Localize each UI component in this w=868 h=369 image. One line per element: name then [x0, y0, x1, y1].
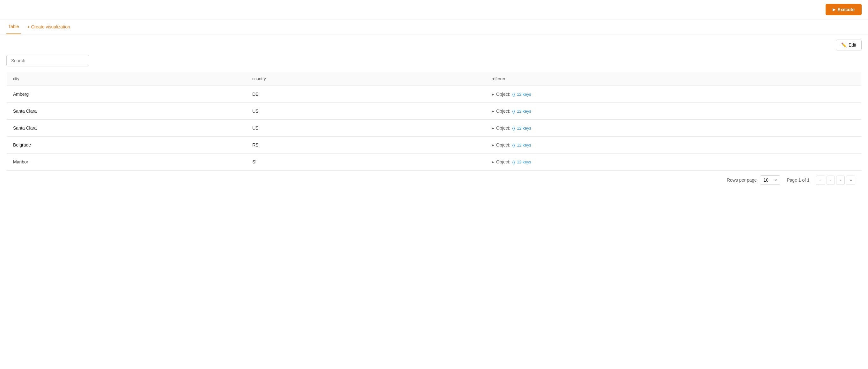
braces-icon: {}	[512, 92, 515, 97]
rows-per-page-select[interactable]: 10 25 50 100	[760, 175, 780, 185]
cell-city: Amberg	[7, 86, 246, 103]
next-page-button[interactable]: ›	[836, 176, 844, 185]
page-navigation: « ‹ › »	[816, 176, 855, 185]
cell-city: Santa Clara	[7, 103, 246, 120]
cell-referrer: ▶ Object: {} 12 keys	[485, 103, 862, 120]
braces-icon: {}	[512, 109, 515, 114]
column-header-country: country	[246, 72, 485, 86]
cell-city: Maribor	[7, 153, 246, 170]
edit-button[interactable]: ✏️ Edit	[836, 39, 862, 51]
braces-icon: {}	[512, 160, 515, 164]
object-label: Object:	[496, 92, 510, 97]
object-cell: ▶ Object: {} 12 keys	[492, 125, 855, 131]
page-info: Page 1 of 1	[787, 177, 810, 182]
cell-referrer: ▶ Object: {} 12 keys	[485, 120, 862, 137]
search-row	[6, 55, 862, 66]
keys-link[interactable]: 12 keys	[517, 92, 531, 97]
pencil-icon: ✏️	[841, 42, 847, 48]
column-header-referrer: referrer	[485, 72, 862, 86]
tabs-bar: Table + Create visualization	[0, 20, 868, 34]
object-cell: ▶ Object: {} 12 keys	[492, 92, 855, 97]
object-cell: ▶ Object: {} 12 keys	[492, 109, 855, 114]
keys-link[interactable]: 12 keys	[517, 160, 531, 164]
cell-country: RS	[246, 137, 485, 153]
expand-arrow-icon[interactable]: ▶	[492, 143, 494, 147]
table-row: Santa ClaraUS ▶ Object: {} 12 keys	[7, 120, 862, 137]
expand-arrow-icon[interactable]: ▶	[492, 160, 494, 164]
column-header-city: city	[7, 72, 246, 86]
last-page-button[interactable]: »	[846, 176, 855, 185]
table-row: BelgradeRS ▶ Object: {} 12 keys	[7, 137, 862, 153]
toolbar-row: ✏️ Edit	[6, 39, 862, 51]
cell-country: US	[246, 120, 485, 137]
first-page-button[interactable]: «	[816, 176, 825, 185]
cell-city: Belgrade	[7, 137, 246, 153]
rows-per-page-group: Rows per page 10 25 50 100	[727, 175, 780, 185]
object-cell: ▶ Object: {} 12 keys	[492, 142, 855, 147]
cell-referrer: ▶ Object: {} 12 keys	[485, 86, 862, 103]
table-row: MariborSI ▶ Object: {} 12 keys	[7, 153, 862, 170]
cell-referrer: ▶ Object: {} 12 keys	[485, 153, 862, 170]
expand-arrow-icon[interactable]: ▶	[492, 92, 494, 96]
object-label: Object:	[496, 159, 510, 164]
table-row: Santa ClaraUS ▶ Object: {} 12 keys	[7, 103, 862, 120]
tab-table[interactable]: Table	[6, 20, 21, 34]
search-input[interactable]	[6, 55, 89, 66]
expand-arrow-icon[interactable]: ▶	[492, 126, 494, 130]
tab-create-visualization[interactable]: + Create visualization	[27, 24, 70, 29]
cell-country: DE	[246, 86, 485, 103]
cell-referrer: ▶ Object: {} 12 keys	[485, 137, 862, 153]
object-label: Object:	[496, 109, 510, 114]
cell-country: SI	[246, 153, 485, 170]
play-icon: ▶	[833, 7, 835, 12]
braces-icon: {}	[512, 126, 515, 131]
main-content: ✏️ Edit city country referrer AmbergDE	[0, 34, 868, 194]
pagination-row: Rows per page 10 25 50 100 Page 1 of 1 «…	[6, 170, 862, 189]
object-label: Object:	[496, 142, 510, 147]
execute-label: Execute	[837, 7, 855, 12]
braces-icon: {}	[512, 143, 515, 147]
execute-button[interactable]: ▶ Execute	[826, 4, 862, 15]
keys-link[interactable]: 12 keys	[517, 109, 531, 114]
rows-per-page-label: Rows per page	[727, 177, 757, 182]
top-bar: ▶ Execute	[0, 0, 868, 20]
object-cell: ▶ Object: {} 12 keys	[492, 159, 855, 164]
edit-label: Edit	[848, 42, 856, 48]
keys-link[interactable]: 12 keys	[517, 126, 531, 131]
data-table: city country referrer AmbergDE ▶ Object:…	[6, 72, 862, 170]
cell-city: Santa Clara	[7, 120, 246, 137]
table-header-row: city country referrer	[7, 72, 862, 86]
cell-country: US	[246, 103, 485, 120]
expand-arrow-icon[interactable]: ▶	[492, 110, 494, 113]
prev-page-button[interactable]: ‹	[827, 176, 835, 185]
keys-link[interactable]: 12 keys	[517, 143, 531, 147]
table-row: AmbergDE ▶ Object: {} 12 keys	[7, 86, 862, 103]
object-label: Object:	[496, 125, 510, 131]
